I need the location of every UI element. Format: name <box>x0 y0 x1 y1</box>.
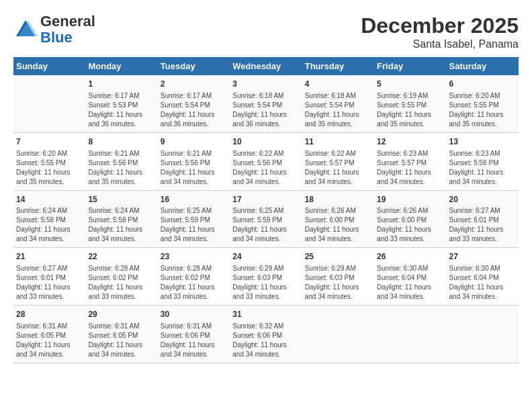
day-number: 7 <box>16 136 83 148</box>
calendar-cell: 21Sunrise: 6:27 AMSunset: 6:01 PMDayligh… <box>13 248 85 306</box>
page-subtitle: Santa Isabel, Panama <box>361 38 519 50</box>
calendar-cell: 7Sunrise: 6:20 AMSunset: 5:55 PMDaylight… <box>13 132 85 190</box>
cell-info: Sunrise: 6:23 AMSunset: 5:58 PMDaylight:… <box>449 149 516 187</box>
cell-info: Sunrise: 6:27 AMSunset: 6:01 PMDaylight:… <box>16 264 83 302</box>
cell-info: Sunrise: 6:24 AMSunset: 5:58 PMDaylight:… <box>16 206 83 244</box>
cell-info: Sunrise: 6:25 AMSunset: 5:59 PMDaylight:… <box>232 206 299 244</box>
calendar-day-header: Thursday <box>302 57 374 75</box>
calendar-cell: 14Sunrise: 6:24 AMSunset: 5:58 PMDayligh… <box>13 190 85 248</box>
calendar-day-header: Friday <box>374 57 446 75</box>
day-number: 1 <box>88 79 154 90</box>
cell-info: Sunrise: 6:20 AMSunset: 5:55 PMDaylight:… <box>16 149 83 187</box>
day-number: 8 <box>88 136 154 148</box>
cell-info: Sunrise: 6:22 AMSunset: 5:57 PMDaylight:… <box>305 149 371 187</box>
calendar-cell: 1Sunrise: 6:17 AMSunset: 5:53 PMDaylight… <box>85 75 157 132</box>
calendar-cell <box>374 306 446 363</box>
cell-info: Sunrise: 6:18 AMSunset: 5:54 PMDaylight:… <box>305 91 371 129</box>
day-number: 15 <box>88 194 154 205</box>
cell-info: Sunrise: 6:29 AMSunset: 6:03 PMDaylight:… <box>305 264 371 302</box>
day-number: 3 <box>232 79 299 90</box>
cell-info: Sunrise: 6:28 AMSunset: 6:02 PMDaylight:… <box>161 264 227 302</box>
calendar-cell: 29Sunrise: 6:31 AMSunset: 6:05 PMDayligh… <box>85 306 157 363</box>
calendar-week-row: 28Sunrise: 6:31 AMSunset: 6:05 PMDayligh… <box>13 306 519 363</box>
page-header: General Blue December 2025 Santa Isabel,… <box>13 13 519 50</box>
calendar-cell: 20Sunrise: 6:27 AMSunset: 6:01 PMDayligh… <box>447 190 519 248</box>
calendar-day-header: Wednesday <box>230 57 302 75</box>
cell-info: Sunrise: 6:29 AMSunset: 6:03 PMDaylight:… <box>232 264 299 302</box>
calendar-cell: 27Sunrise: 6:30 AMSunset: 6:04 PMDayligh… <box>447 248 519 306</box>
day-number: 2 <box>161 79 227 90</box>
calendar-cell: 17Sunrise: 6:25 AMSunset: 5:59 PMDayligh… <box>230 190 302 248</box>
cell-info: Sunrise: 6:24 AMSunset: 5:58 PMDaylight:… <box>88 206 154 244</box>
calendar-week-row: 7Sunrise: 6:20 AMSunset: 5:55 PMDaylight… <box>13 132 519 190</box>
calendar-cell: 13Sunrise: 6:23 AMSunset: 5:58 PMDayligh… <box>447 132 519 190</box>
day-number: 21 <box>16 251 83 263</box>
calendar-cell <box>302 306 374 363</box>
day-number: 11 <box>305 136 371 148</box>
calendar-week-row: 14Sunrise: 6:24 AMSunset: 5:58 PMDayligh… <box>13 190 519 248</box>
day-number: 10 <box>232 136 299 148</box>
cell-info: Sunrise: 6:31 AMSunset: 6:06 PMDaylight:… <box>161 322 227 359</box>
day-number: 29 <box>88 309 154 320</box>
calendar-cell: 12Sunrise: 6:23 AMSunset: 5:57 PMDayligh… <box>374 132 446 190</box>
cell-info: Sunrise: 6:17 AMSunset: 5:54 PMDaylight:… <box>161 91 227 129</box>
calendar-cell: 31Sunrise: 6:32 AMSunset: 6:06 PMDayligh… <box>230 306 302 363</box>
cell-info: Sunrise: 6:25 AMSunset: 5:59 PMDaylight:… <box>161 206 227 244</box>
day-number: 19 <box>377 194 443 205</box>
day-number: 25 <box>305 251 371 263</box>
day-number: 31 <box>232 309 299 320</box>
page-title: December 2025 <box>361 13 519 38</box>
calendar-cell: 22Sunrise: 6:28 AMSunset: 6:02 PMDayligh… <box>85 248 157 306</box>
cell-info: Sunrise: 6:26 AMSunset: 6:00 PMDaylight:… <box>305 206 371 244</box>
calendar-cell <box>447 306 519 363</box>
day-number: 26 <box>377 251 443 263</box>
calendar-cell <box>13 75 85 132</box>
cell-info: Sunrise: 6:20 AMSunset: 5:55 PMDaylight:… <box>449 91 516 129</box>
cell-info: Sunrise: 6:30 AMSunset: 6:04 PMDaylight:… <box>449 264 516 302</box>
cell-info: Sunrise: 6:21 AMSunset: 5:56 PMDaylight:… <box>161 149 227 187</box>
day-number: 17 <box>232 194 299 205</box>
day-number: 4 <box>305 79 371 90</box>
calendar-cell: 28Sunrise: 6:31 AMSunset: 6:05 PMDayligh… <box>13 306 85 363</box>
calendar-cell: 10Sunrise: 6:22 AMSunset: 5:56 PMDayligh… <box>230 132 302 190</box>
calendar-cell: 25Sunrise: 6:29 AMSunset: 6:03 PMDayligh… <box>302 248 374 306</box>
calendar-cell: 6Sunrise: 6:20 AMSunset: 5:55 PMDaylight… <box>447 75 519 132</box>
calendar-cell: 5Sunrise: 6:19 AMSunset: 5:55 PMDaylight… <box>374 75 446 132</box>
cell-info: Sunrise: 6:26 AMSunset: 6:00 PMDaylight:… <box>377 206 443 244</box>
calendar-cell: 16Sunrise: 6:25 AMSunset: 5:59 PMDayligh… <box>158 190 230 248</box>
calendar-day-header: Sunday <box>13 57 85 75</box>
cell-info: Sunrise: 6:18 AMSunset: 5:54 PMDaylight:… <box>232 91 299 129</box>
calendar-cell: 24Sunrise: 6:29 AMSunset: 6:03 PMDayligh… <box>230 248 302 306</box>
calendar-cell: 23Sunrise: 6:28 AMSunset: 6:02 PMDayligh… <box>158 248 230 306</box>
logo-general: General <box>40 13 95 30</box>
calendar-cell: 3Sunrise: 6:18 AMSunset: 5:54 PMDaylight… <box>230 75 302 132</box>
day-number: 5 <box>377 79 443 90</box>
cell-info: Sunrise: 6:19 AMSunset: 5:55 PMDaylight:… <box>377 91 443 129</box>
day-number: 6 <box>449 79 516 90</box>
calendar-day-header: Tuesday <box>158 57 230 75</box>
day-number: 12 <box>377 136 443 148</box>
cell-info: Sunrise: 6:31 AMSunset: 6:05 PMDaylight:… <box>16 322 83 359</box>
calendar-week-row: 21Sunrise: 6:27 AMSunset: 6:01 PMDayligh… <box>13 248 519 306</box>
cell-info: Sunrise: 6:30 AMSunset: 6:04 PMDaylight:… <box>377 264 443 302</box>
title-block: December 2025 Santa Isabel, Panama <box>361 13 519 50</box>
logo-blue: Blue <box>40 30 95 46</box>
calendar-cell: 26Sunrise: 6:30 AMSunset: 6:04 PMDayligh… <box>374 248 446 306</box>
cell-info: Sunrise: 6:22 AMSunset: 5:56 PMDaylight:… <box>232 149 299 187</box>
calendar-cell: 8Sunrise: 6:21 AMSunset: 5:56 PMDaylight… <box>85 132 157 190</box>
calendar-cell: 30Sunrise: 6:31 AMSunset: 6:06 PMDayligh… <box>158 306 230 363</box>
calendar-cell: 18Sunrise: 6:26 AMSunset: 6:00 PMDayligh… <box>302 190 374 248</box>
calendar-table: SundayMondayTuesdayWednesdayThursdayFrid… <box>13 57 519 363</box>
calendar-day-header: Monday <box>85 57 157 75</box>
calendar-cell: 4Sunrise: 6:18 AMSunset: 5:54 PMDaylight… <box>302 75 374 132</box>
day-number: 14 <box>16 194 83 205</box>
day-number: 13 <box>449 136 516 148</box>
calendar-cell: 15Sunrise: 6:24 AMSunset: 5:58 PMDayligh… <box>85 190 157 248</box>
day-number: 9 <box>161 136 227 148</box>
calendar-cell: 19Sunrise: 6:26 AMSunset: 6:00 PMDayligh… <box>374 190 446 248</box>
day-number: 16 <box>161 194 227 205</box>
logo: General Blue <box>13 13 95 46</box>
cell-info: Sunrise: 6:17 AMSunset: 5:53 PMDaylight:… <box>88 91 154 129</box>
calendar-cell: 2Sunrise: 6:17 AMSunset: 5:54 PMDaylight… <box>158 75 230 132</box>
calendar-day-header: Saturday <box>447 57 519 75</box>
